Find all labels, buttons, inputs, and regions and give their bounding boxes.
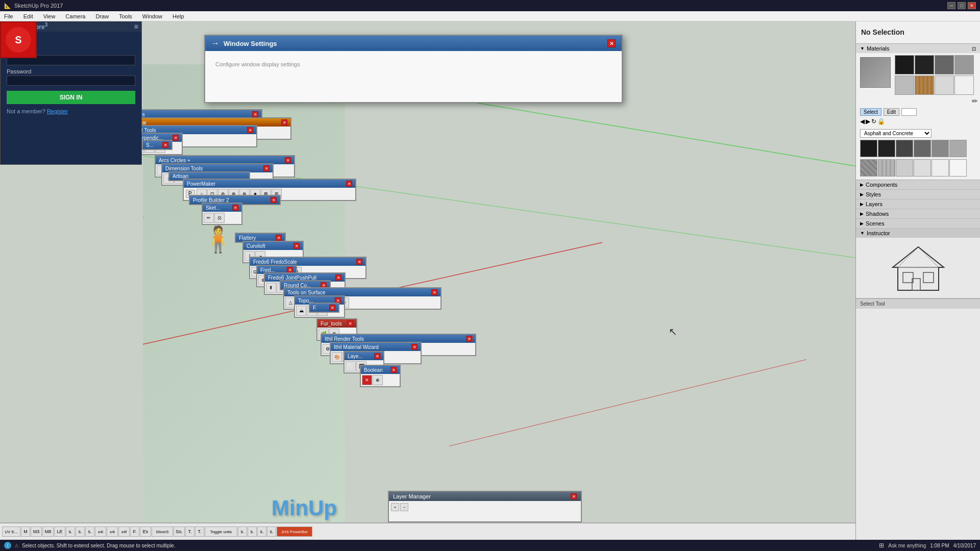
swatch-gray1[interactable] xyxy=(935,55,954,74)
bt-sb1[interactable]: s. xyxy=(238,527,247,537)
instructor-header[interactable]: ▼ Instructor xyxy=(856,229,980,238)
panel-curviloft-close[interactable]: ✕ xyxy=(293,243,300,249)
bt-sb4[interactable]: s. xyxy=(267,527,276,537)
swatch-white[interactable] xyxy=(954,76,974,95)
panel-sket-close[interactable]: ✕ xyxy=(232,205,238,211)
panel-tos-close[interactable]: ✕ xyxy=(431,289,437,295)
menu-tools[interactable]: Tools xyxy=(117,13,134,19)
panel-f-close[interactable]: ✕ xyxy=(329,305,335,311)
materials-expand[interactable]: ⊡ xyxy=(972,46,976,52)
menu-help[interactable]: Help xyxy=(170,13,186,19)
edit-button[interactable]: Edit xyxy=(884,108,899,116)
la-btn1[interactable]: ⬜ xyxy=(346,361,356,371)
panel-dim-close[interactable]: ✕ xyxy=(263,165,270,171)
bt-s4i2[interactable]: s4i xyxy=(107,527,118,537)
bt-t2[interactable]: T. xyxy=(195,527,204,537)
panel-ir-close[interactable]: ✕ xyxy=(466,336,472,342)
bt-sb3[interactable]: s. xyxy=(257,527,266,537)
swatch-e1[interactable] xyxy=(860,140,877,157)
sk-btn2[interactable]: ⚖ xyxy=(214,213,225,223)
panel-laye-close[interactable]: ✕ xyxy=(374,353,380,359)
bt-s4i[interactable]: s4i xyxy=(95,527,106,537)
swatch-f2[interactable] xyxy=(878,159,895,177)
swatch-black2[interactable] xyxy=(915,55,934,74)
panel-im-close[interactable]: ✕ xyxy=(411,344,418,350)
password-input[interactable] xyxy=(7,76,135,86)
swatch-black1[interactable] xyxy=(895,55,914,74)
bt-m8[interactable]: M8 xyxy=(42,527,54,537)
styles-header[interactable]: ▶ Styles xyxy=(856,190,980,199)
panel-flattery-close[interactable]: ✕ xyxy=(276,235,282,241)
panel-joint-close[interactable]: ✕ xyxy=(335,274,341,281)
swatch-f3[interactable] xyxy=(896,159,913,177)
signin-button[interactable]: SIGN IN xyxy=(7,91,135,104)
swatch-e5[interactable] xyxy=(932,140,949,157)
panel-boolean-close[interactable]: ✕ xyxy=(390,367,397,373)
panel-profile-close[interactable]: ✕ xyxy=(271,197,277,203)
mat-next-icon[interactable]: ▶ xyxy=(866,118,870,125)
swatch-gray2[interactable] xyxy=(954,55,974,74)
layer-manager-close[interactable]: ✕ xyxy=(571,493,577,499)
taskbar-search[interactable]: Ask me anything xyxy=(888,543,926,548)
menu-window[interactable]: Window xyxy=(140,13,164,19)
bt-m3[interactable]: M3 xyxy=(31,527,42,537)
panel-fredoscale-close[interactable]: ✕ xyxy=(356,259,362,265)
menu-view[interactable]: View xyxy=(41,13,58,19)
menu-edit[interactable]: Edit xyxy=(21,13,35,19)
material-edit-icon[interactable]: ✏ xyxy=(972,97,978,105)
bt-fp[interactable]: F. xyxy=(130,527,139,537)
panel-sculpt-close[interactable]: ✕ xyxy=(247,127,253,133)
menu-draw[interactable]: Draw xyxy=(93,13,111,19)
select-button[interactable]: Select xyxy=(860,108,881,116)
bt-uv[interactable]: UV E... xyxy=(2,527,20,537)
shadows-header[interactable]: ▶ Shadows xyxy=(856,209,980,218)
minimize-button[interactable]: ─ xyxy=(947,2,955,9)
layers-header[interactable]: ▶ Layers xyxy=(856,199,980,209)
panel-fur-close[interactable]: ✕ xyxy=(347,320,353,327)
bt-s2[interactable]: s. xyxy=(76,527,85,537)
bt-jhs[interactable]: JHS PowerBar xyxy=(277,527,312,537)
bt-s4f[interactable]: s4f xyxy=(118,527,130,537)
components-header[interactable]: ▶ Components xyxy=(856,180,980,189)
bt-toggle-units[interactable]: Toggle units xyxy=(205,527,237,537)
register-link[interactable]: Register xyxy=(47,108,68,114)
swatch-f5[interactable] xyxy=(932,159,949,177)
bt-s3[interactable]: s. xyxy=(85,527,94,537)
bo-btn1[interactable]: ✕ xyxy=(362,375,372,385)
material-name-input[interactable] xyxy=(901,108,917,116)
swatch-ltgray2[interactable] xyxy=(935,76,954,95)
swatch-f6[interactable] xyxy=(949,159,967,177)
bt-ex[interactable]: Ex xyxy=(140,527,151,537)
bt-sb2[interactable]: s. xyxy=(248,527,257,537)
restore-button[interactable]: □ xyxy=(958,2,966,9)
mat-refresh-icon[interactable]: ↻ xyxy=(871,118,876,125)
swatch-f1[interactable] xyxy=(860,159,877,177)
scenes-header[interactable]: ▶ Scenes xyxy=(856,219,980,228)
swatch-e2[interactable] xyxy=(878,140,895,157)
jp-btn1[interactable]: ⬆ xyxy=(266,283,276,293)
bt-m[interactable]: M xyxy=(21,527,30,537)
panel-perp-close[interactable]: ✕ xyxy=(173,135,179,141)
panel-bz-close[interactable]: ✕ xyxy=(281,119,287,126)
panel-pm-close[interactable]: ✕ xyxy=(346,181,352,187)
info-circle[interactable]: i xyxy=(4,542,11,549)
panel-s-close[interactable]: ✕ xyxy=(162,142,168,148)
menu-file[interactable]: File xyxy=(2,13,15,19)
menu-camera[interactable]: Camera xyxy=(63,13,87,19)
bt-le[interactable]: LE xyxy=(54,527,65,537)
bt-so[interactable]: So. xyxy=(174,527,185,537)
panel-place-shapes-close[interactable]: ✕ xyxy=(252,111,258,117)
mat-prev-icon[interactable]: ◀ xyxy=(860,118,865,125)
swatch-wood1[interactable] xyxy=(915,76,934,95)
window-settings-close[interactable]: ✕ xyxy=(607,39,616,47)
tp-btn1[interactable]: ⛰ xyxy=(296,306,306,316)
bt-slicers[interactable]: SlicerS xyxy=(152,527,173,537)
sk-btn1[interactable]: ✏ xyxy=(204,213,214,223)
swatch-e6[interactable] xyxy=(949,140,967,157)
close-button[interactable]: ✕ xyxy=(968,2,976,9)
bt-t1[interactable]: T. xyxy=(185,527,194,537)
panel-arcs-close[interactable]: ✕ xyxy=(285,157,291,163)
swatch-f4[interactable] xyxy=(914,159,931,177)
im-btn1[interactable]: 🎨 xyxy=(332,352,342,362)
lm-btn1[interactable]: + xyxy=(391,503,399,511)
